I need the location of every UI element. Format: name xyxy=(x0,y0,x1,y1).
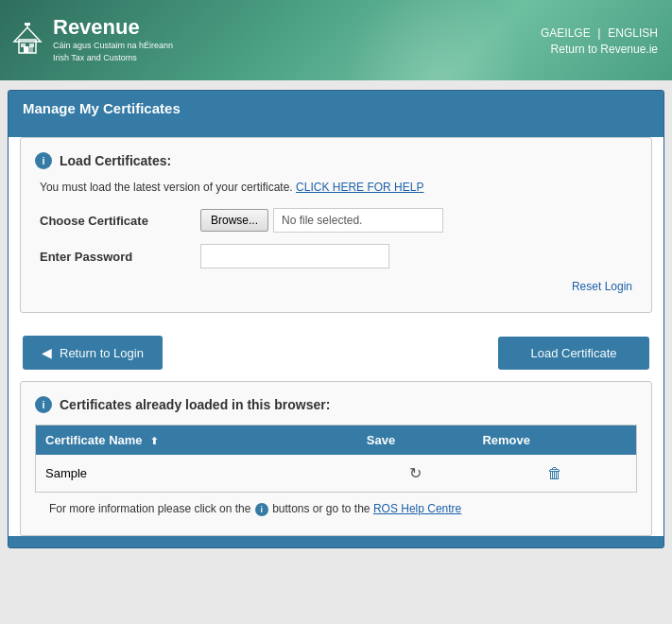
sort-icon: ⬆ xyxy=(150,436,158,446)
load-certificates-section: i Load Certificates: You must load the l… xyxy=(20,137,652,313)
cert-remove-cell: 🗑 xyxy=(473,455,636,493)
certs-section-title: i Certificates already loaded in this br… xyxy=(35,396,637,413)
footer-info-icon: i xyxy=(255,503,268,516)
manage-certificates-panel: Manage My Certificates i Load Certificat… xyxy=(8,90,664,548)
main-content: Manage My Certificates i Load Certificat… xyxy=(0,80,672,558)
refresh-icon[interactable]: ↻ xyxy=(409,464,422,482)
svg-rect-6 xyxy=(21,43,26,47)
reset-row: Reset Login xyxy=(35,280,637,293)
enter-password-row: Enter Password xyxy=(35,244,637,269)
logo-text-group: Revenue Cáin agus Custaim na hÉireann Ir… xyxy=(53,17,173,63)
table-header: Certificate Name ⬆ Save Remove xyxy=(36,425,637,456)
choose-certificate-label: Choose Certificate xyxy=(40,214,200,228)
table-body: Sample ↻ 🗑 xyxy=(36,455,637,493)
back-arrow-icon: ◀ xyxy=(42,345,52,360)
col-save: Save xyxy=(357,425,474,456)
header-links: GAEILGE | ENGLISH Return to Revenue.ie xyxy=(541,26,658,56)
col-certificate-name[interactable]: Certificate Name ⬆ xyxy=(36,425,357,456)
ros-help-centre-link[interactable]: ROS Help Centre xyxy=(373,502,461,515)
load-section-info-icon: i xyxy=(35,152,52,169)
trash-icon[interactable]: 🗑 xyxy=(547,465,562,481)
svg-rect-4 xyxy=(24,46,28,53)
file-input-wrapper: Browse... No file selected. xyxy=(200,208,443,233)
reset-login-link[interactable]: Reset Login xyxy=(572,280,632,293)
gaeilge-link[interactable]: GAEILGE xyxy=(541,26,591,40)
certs-section-info-icon: i xyxy=(35,396,52,413)
panel-title: Manage My Certificates xyxy=(23,100,181,116)
svg-rect-5 xyxy=(28,46,33,53)
choose-certificate-row: Choose Certificate Browse... No file sel… xyxy=(35,208,637,233)
password-input[interactable] xyxy=(200,244,389,269)
panel-header: Manage My Certificates xyxy=(9,91,663,126)
certificates-table: Certificate Name ⬆ Save Remove xyxy=(35,425,637,493)
help-text: You must load the latest version of your… xyxy=(35,181,637,194)
certs-already-loaded-section: i Certificates already loaded in this br… xyxy=(20,381,652,536)
revenue-logo-icon xyxy=(9,23,45,59)
language-links: GAEILGE | ENGLISH xyxy=(541,26,658,40)
button-row: ◀ Return to Login Load Certificate xyxy=(9,324,663,381)
click-here-help-link[interactable]: CLICK HERE FOR HELP xyxy=(296,181,423,194)
page-header: Revenue Cáin agus Custaim na hÉireann Ir… xyxy=(0,0,672,80)
return-to-login-button[interactable]: ◀ Return to Login xyxy=(23,336,163,370)
logo-area: Revenue Cáin agus Custaim na hÉireann Ir… xyxy=(9,17,173,63)
password-label: Enter Password xyxy=(40,250,200,264)
english-link[interactable]: ENGLISH xyxy=(608,26,658,40)
return-to-revenue-link[interactable]: Return to Revenue.ie xyxy=(541,43,658,56)
back-button-label: Return to Login xyxy=(60,346,144,360)
certs-section-title-text: Certificates already loaded in this brow… xyxy=(60,397,330,412)
col-remove: Remove xyxy=(473,425,636,456)
footer-info: For more information please click on the… xyxy=(35,493,637,526)
file-name-display: No file selected. xyxy=(273,208,443,233)
load-certificate-button[interactable]: Load Certificate xyxy=(498,337,649,370)
logo-title: Revenue xyxy=(53,17,173,38)
load-section-title: i Load Certificates: xyxy=(35,152,637,169)
browse-button[interactable]: Browse... xyxy=(200,209,268,232)
table-row: Sample ↻ 🗑 xyxy=(36,455,637,493)
cert-name-cell: Sample xyxy=(36,455,357,493)
lang-separator: | xyxy=(597,26,600,40)
cert-save-cell: ↻ xyxy=(357,455,474,493)
table-header-row: Certificate Name ⬆ Save Remove xyxy=(36,425,637,456)
logo-subtitle: Cáin agus Custaim na hÉireann Irish Tax … xyxy=(53,40,173,63)
svg-rect-7 xyxy=(29,43,34,47)
load-section-title-text: Load Certificates: xyxy=(60,153,171,168)
panel-body: i Load Certificates: You must load the l… xyxy=(9,137,663,536)
svg-rect-3 xyxy=(25,23,30,26)
